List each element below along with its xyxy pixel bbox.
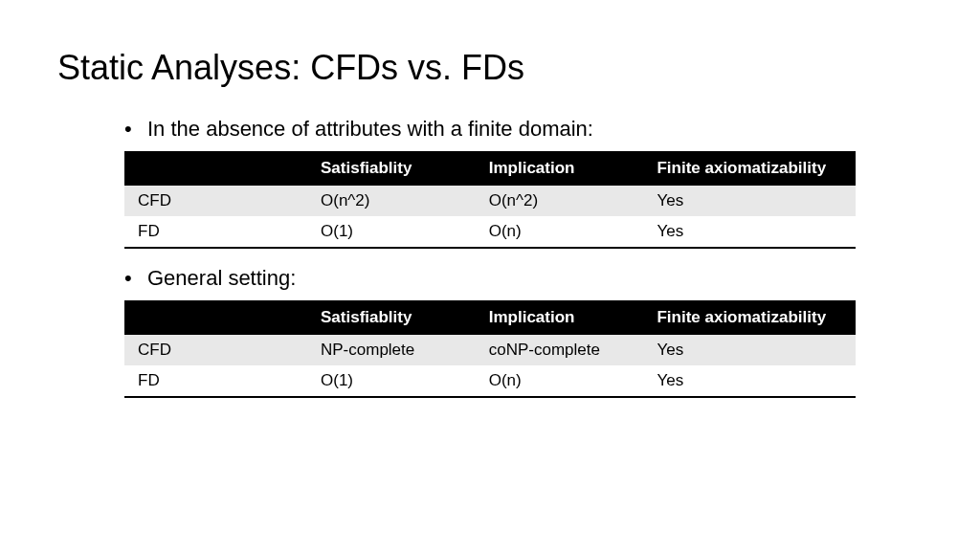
bullet-1: In the absence of attributes with a fini… [124, 117, 856, 142]
table-header-cell: Finite axiomatizability [643, 151, 856, 186]
table-cell: O(n) [476, 365, 644, 397]
table-cell: O(1) [307, 365, 476, 397]
table-cell: Yes [643, 186, 856, 216]
table-cell: FD [124, 365, 307, 397]
table-header-cell [124, 300, 307, 335]
table-cell: NP-complete [307, 335, 476, 365]
table-cell: Yes [643, 365, 856, 397]
table-header-row: Satisfiablity Implication Finite axiomat… [124, 300, 856, 335]
table-row: CFD NP-complete coNP-complete Yes [124, 335, 856, 365]
table-cell: Yes [643, 335, 856, 365]
table-header-cell: Satisfiablity [307, 151, 476, 186]
content-area: In the absence of attributes with a fini… [57, 117, 923, 398]
table-cell: coNP-complete [476, 335, 644, 365]
table-header-cell: Implication [476, 151, 644, 186]
table-row: FD O(1) O(n) Yes [124, 216, 856, 248]
table-header-cell: Satisfiablity [307, 300, 476, 335]
slide-title: Static Analyses: CFDs vs. FDs [57, 48, 923, 88]
table-cell: CFD [124, 335, 307, 365]
table-cell: O(n) [476, 216, 644, 248]
table-2: Satisfiablity Implication Finite axiomat… [124, 300, 856, 398]
table-cell: FD [124, 216, 307, 248]
table-header-cell: Finite axiomatizability [643, 300, 856, 335]
table-1: Satisfiablity Implication Finite axiomat… [124, 151, 856, 249]
table-cell: O(1) [307, 216, 476, 248]
table-header-cell: Implication [476, 300, 644, 335]
table-cell: Yes [643, 216, 856, 248]
table-row: CFD O(n^2) O(n^2) Yes [124, 186, 856, 216]
table-row: FD O(1) O(n) Yes [124, 365, 856, 397]
table-cell: O(n^2) [476, 186, 644, 216]
bullet-2: General setting: [124, 266, 856, 291]
table-header-row: Satisfiablity Implication Finite axiomat… [124, 151, 856, 186]
table-cell: CFD [124, 186, 307, 216]
table-cell: O(n^2) [307, 186, 476, 216]
table-header-cell [124, 151, 307, 186]
